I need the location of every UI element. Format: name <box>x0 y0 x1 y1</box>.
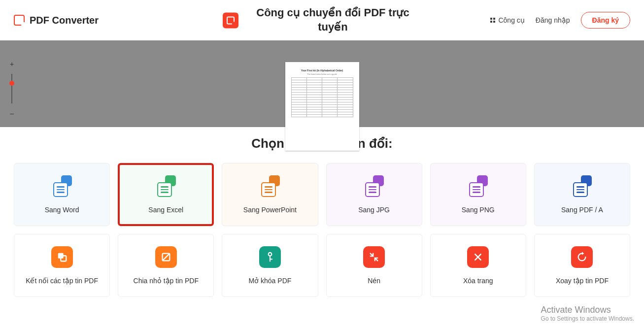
converter-card-ppt[interactable]: Sang PowerPoint <box>222 163 318 226</box>
nav-tools[interactable]: Công cụ <box>490 16 524 24</box>
tool-label: Chia nhỏ tập tin PDF <box>134 277 199 285</box>
tool-card-rotate[interactable]: Xoay tập tin PDF <box>534 234 630 297</box>
header: PDF Converter Công cụ chuyển đổi PDF trự… <box>0 0 644 40</box>
tool-card-split[interactable]: Chia nhỏ tập tin PDF <box>118 234 214 297</box>
grid-icon <box>490 18 495 23</box>
zoom-handle[interactable] <box>9 81 14 86</box>
converter-card-png[interactable]: Sang PNG <box>430 163 526 226</box>
file-png-icon <box>467 175 489 197</box>
tool-card-merge[interactable]: Kết nối các tập tin PDF <box>14 234 110 297</box>
tool-label: Kết nối các tập tin PDF <box>26 277 98 285</box>
brand[interactable]: PDF Converter <box>14 15 99 26</box>
split-icon <box>155 246 177 268</box>
converter-label: Sang Excel <box>148 206 183 214</box>
tool-card-delete[interactable]: Xóa trang <box>430 234 526 297</box>
file-word-icon <box>51 175 73 197</box>
converter-label: Sang Word <box>45 206 79 214</box>
rotate-icon <box>571 246 593 268</box>
doc-table <box>291 77 353 117</box>
document-thumbnail[interactable]: Your First kit (In Alphabetical Order) T… <box>285 62 359 151</box>
compress-icon <box>363 246 385 268</box>
file-jpg-icon <box>363 175 385 197</box>
header-nav: Công cụ Đăng nhập Đăng ký <box>490 12 630 29</box>
converter-label: Sang PNG <box>462 206 495 214</box>
converter-section: Chọn trình chuyển đổi: Sang WordSang Exc… <box>0 127 644 297</box>
doc-subheading: The listed items below are a guide <box>291 73 353 75</box>
converter-card-word[interactable]: Sang Word <box>14 163 110 226</box>
file-pdfa-icon <box>571 175 593 197</box>
file-ppt-icon <box>259 175 281 197</box>
key-icon <box>259 246 281 268</box>
nav-tools-label: Công cụ <box>498 16 524 24</box>
converter-grid-row1: Sang WordSang ExcelSang PowerPointSang J… <box>14 163 630 226</box>
svg-line-3 <box>162 254 169 261</box>
tool-card-compress[interactable]: Nén <box>326 234 422 297</box>
watermark-sub: Go to Settings to activate Windows. <box>541 315 634 322</box>
converter-card-excel[interactable]: Sang Excel <box>118 163 214 226</box>
page-title-block: Công cụ chuyển đổi PDF trực tuyến <box>223 6 422 34</box>
tool-card-unlock[interactable]: Mở khóa PDF <box>222 234 318 297</box>
converter-label: Sang PDF / A <box>561 206 603 214</box>
windows-watermark: Activate Windows Go to Settings to activ… <box>541 305 634 322</box>
tool-label: Nén <box>368 277 380 285</box>
tool-label: Xóa trang <box>463 277 493 285</box>
brand-name: PDF Converter <box>30 15 99 26</box>
converter-grid-row2: Kết nối các tập tin PDFChia nhỏ tập tin … <box>14 234 630 297</box>
page-title: Công cụ chuyển đổi PDF trực tuyến <box>244 6 422 34</box>
app-logo-icon <box>223 12 238 28</box>
brand-logo-icon <box>14 15 25 26</box>
zoom-control: + – <box>10 60 14 117</box>
converter-card-pdfa[interactable]: Sang PDF / A <box>534 163 630 226</box>
watermark-title: Activate Windows <box>541 305 634 315</box>
converter-card-jpg[interactable]: Sang JPG <box>326 163 422 226</box>
converter-label: Sang PowerPoint <box>243 206 297 214</box>
tool-label: Mở khóa PDF <box>249 277 292 285</box>
zoom-slider[interactable] <box>11 74 12 103</box>
nav-login-label: Đăng nhập <box>536 16 570 24</box>
zoom-in-button[interactable]: + <box>10 60 14 68</box>
signup-button[interactable]: Đăng ký <box>581 12 630 29</box>
converter-label: Sang JPG <box>358 206 390 214</box>
zoom-out-button[interactable]: – <box>10 109 14 117</box>
document-preview-area: + – Your First kit (In Alphabetical Orde… <box>0 40 644 127</box>
merge-icon <box>51 246 73 268</box>
tool-label: Xoay tập tin PDF <box>556 277 609 285</box>
file-excel-icon <box>155 175 177 197</box>
close-icon <box>467 246 489 268</box>
nav-login[interactable]: Đăng nhập <box>536 16 570 24</box>
doc-heading: Your First kit (In Alphabetical Order) <box>291 69 353 72</box>
